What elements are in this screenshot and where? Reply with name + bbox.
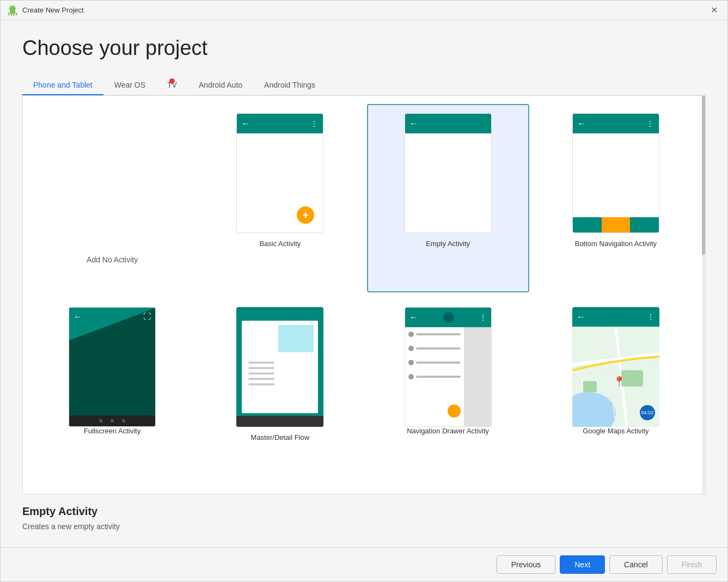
footer: Previous Next Cancel Finish bbox=[1, 547, 727, 581]
nav-drawer-preview: ← ⋮ bbox=[405, 307, 492, 427]
card-bottom-nav-activity[interactable]: ← ⋮ Bottom Navigation Activity bbox=[535, 104, 697, 292]
master-detail-preview bbox=[236, 307, 323, 427]
tabs-bar: Phone and Tablet Wear OS TV Android Auto… bbox=[22, 75, 706, 95]
close-button[interactable]: ✕ bbox=[707, 4, 721, 16]
card-no-activity-label: Add No Activity bbox=[87, 255, 138, 264]
fullscreen-preview: ← ⛶ bbox=[69, 307, 156, 427]
nd-fab bbox=[448, 405, 461, 418]
map-pin: 📍 bbox=[613, 376, 625, 388]
fullscreen-expand: ⛶ bbox=[143, 312, 151, 321]
no-activity-preview bbox=[69, 129, 156, 249]
tab-tv-dot bbox=[169, 78, 175, 84]
card-no-activity[interactable]: Add No Activity bbox=[31, 104, 193, 292]
previous-button[interactable]: Previous bbox=[497, 555, 555, 574]
card-maps-activity[interactable]: ← ⋮ bbox=[535, 298, 697, 486]
basic-activity-preview: ← ⋮ + bbox=[236, 113, 323, 233]
md-bar bbox=[236, 416, 323, 427]
card-maps-label: Google Maps Activity bbox=[583, 427, 649, 435]
basic-fab: + bbox=[297, 206, 314, 224]
description-area: Empty Activity Creates a new empty activ… bbox=[22, 494, 706, 536]
bottom-nav-item-2 bbox=[602, 217, 631, 232]
basic-header: ← ⋮ bbox=[237, 114, 323, 133]
fullscreen-svg bbox=[69, 308, 156, 416]
bottom-nav-item-3 bbox=[630, 217, 659, 232]
maps-preview: ← ⋮ bbox=[572, 307, 659, 427]
empty-header: ← bbox=[405, 114, 491, 133]
map-time-text: 04:02 bbox=[641, 410, 654, 415]
card-basic-activity[interactable]: ← ⋮ + Basic Activity bbox=[199, 104, 361, 292]
card-empty-activity[interactable]: ← Empty Activity bbox=[367, 104, 529, 292]
bottom-nav-header: ← ⋮ bbox=[573, 114, 659, 133]
bottom-nav-bar bbox=[573, 217, 659, 232]
selected-activity-title: Empty Activity bbox=[22, 505, 706, 518]
content-area: Choose your project Phone and Tablet Wea… bbox=[1, 20, 727, 547]
card-fullscreen-label: Fullscreen Activity bbox=[84, 427, 140, 435]
tab-android-auto[interactable]: Android Auto bbox=[188, 75, 253, 95]
title-bar-title: Create New Project bbox=[22, 6, 84, 14]
card-empty-label: Empty Activity bbox=[426, 240, 470, 248]
svg-rect-9 bbox=[583, 381, 597, 392]
fullscreen-phone-bar bbox=[69, 415, 155, 426]
md-card bbox=[242, 321, 318, 413]
nd-header: ← ⋮ bbox=[405, 308, 491, 327]
activities-grid: Add No Activity ← ⋮ + Basic Activity bbox=[22, 95, 706, 494]
card-basic-label: Basic Activity bbox=[259, 240, 301, 248]
bottom-nav-preview: ← ⋮ bbox=[572, 113, 659, 233]
map-area: 📍 04:02 bbox=[572, 327, 659, 427]
md-lines bbox=[248, 362, 274, 389]
tab-wear-os[interactable]: Wear OS bbox=[103, 75, 156, 95]
card-nav-drawer-label: Navigation Drawer Activity bbox=[407, 427, 489, 435]
android-icon bbox=[7, 5, 18, 16]
next-button[interactable]: Next bbox=[560, 555, 605, 574]
empty-activity-preview: ← bbox=[405, 113, 492, 233]
page-title: Choose your project bbox=[22, 36, 706, 60]
card-master-detail-label: Master/Detail Flow bbox=[251, 433, 310, 442]
card-fullscreen-activity[interactable]: ← ⛶ Fullscreen Activity bbox=[31, 298, 193, 486]
md-detail bbox=[278, 325, 314, 352]
grid-scrollbar[interactable] bbox=[702, 96, 705, 494]
card-master-detail[interactable]: Master/Detail Flow bbox=[199, 298, 361, 486]
nd-drawer-panel bbox=[464, 327, 491, 426]
title-bar: Create New Project ✕ bbox=[1, 1, 727, 20]
basic-body: + bbox=[237, 133, 323, 232]
scrollbar-thumb[interactable] bbox=[702, 96, 705, 255]
card-nav-drawer[interactable]: ← ⋮ bbox=[367, 298, 529, 486]
bottom-nav-item-1 bbox=[573, 217, 602, 232]
map-time-badge: 04:02 bbox=[640, 405, 655, 420]
tab-android-things[interactable]: Android Things bbox=[253, 75, 326, 95]
nd-circle bbox=[443, 312, 454, 323]
card-bottom-nav-label: Bottom Navigation Activity bbox=[575, 240, 657, 248]
finish-button[interactable]: Finish bbox=[667, 555, 717, 574]
title-bar-left: Create New Project bbox=[7, 5, 84, 16]
fullscreen-back: ← bbox=[74, 312, 82, 322]
cancel-button[interactable]: Cancel bbox=[609, 555, 663, 574]
maps-header: ← ⋮ bbox=[572, 307, 659, 327]
dialog: Create New Project ✕ Choose your project… bbox=[0, 0, 728, 582]
tab-phone-tablet[interactable]: Phone and Tablet bbox=[22, 75, 103, 95]
selected-activity-description: Creates a new empty activity bbox=[22, 522, 706, 531]
tab-tv[interactable]: TV bbox=[156, 75, 188, 95]
empty-body bbox=[405, 133, 491, 232]
